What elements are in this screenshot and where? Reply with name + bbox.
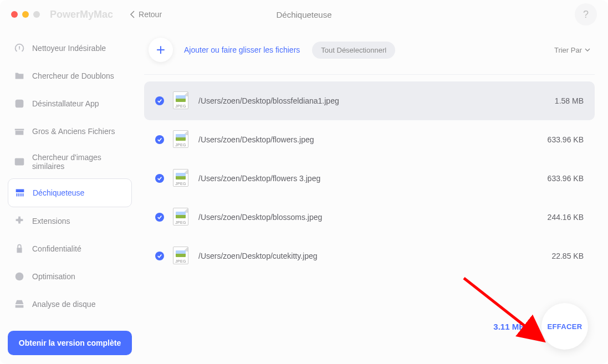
- file-row[interactable]: JPEG /Users/zoen/Desktop/blossfeldiana1.…: [144, 81, 595, 120]
- close-icon[interactable]: [11, 11, 18, 18]
- toolbar: + Ajouter ou faire glisser les fichiers …: [144, 34, 595, 75]
- minimize-icon[interactable]: [22, 11, 29, 18]
- sidebar-item-duplicate-finder[interactable]: Chercheur de Doublons: [8, 62, 132, 90]
- gauge-icon: [13, 42, 25, 54]
- puzzle-icon: [13, 215, 25, 227]
- footer: 3.11 MB EFFACER: [144, 292, 595, 355]
- rocket-icon: [13, 270, 25, 283]
- maximize-icon[interactable]: [33, 11, 40, 18]
- sidebar-item-label: Confidentialité: [32, 244, 81, 253]
- title-bar: PowerMyMac Retour Déchiqueteuse ?: [0, 0, 608, 29]
- plus-icon: +: [156, 41, 165, 59]
- folders-icon: [13, 70, 25, 82]
- main: + Ajouter ou faire glisser les fichiers …: [140, 29, 608, 364]
- jpeg-file-icon: JPEG: [173, 169, 190, 188]
- sidebar-list: Nettoyeur Indésirable Chercheur de Doubl…: [0, 34, 140, 325]
- file-path: /Users/zoen/Desktop/flowers 3.jpeg: [198, 174, 320, 183]
- sort-label: Trier Par: [554, 46, 582, 54]
- lock-icon: [13, 243, 25, 255]
- total-size: 3.11 MB: [493, 322, 525, 331]
- sidebar: Nettoyeur Indésirable Chercheur de Doubl…: [0, 29, 140, 364]
- file-row[interactable]: JPEG /Users/zoen/Desktop/flowers 3.jpeg …: [144, 159, 595, 198]
- body: Nettoyeur Indésirable Chercheur de Doubl…: [0, 29, 608, 364]
- jpeg-file-icon: JPEG: [173, 208, 190, 227]
- file-size: 1.58 MB: [555, 96, 584, 105]
- sidebar-item-label: Extensions: [32, 217, 70, 225]
- checkbox-icon[interactable]: [155, 252, 164, 260]
- back-label: Retour: [139, 10, 162, 19]
- app-window: PowerMyMac Retour Déchiqueteuse ? Nettoy…: [0, 0, 608, 364]
- file-size: 633.96 KB: [548, 174, 584, 183]
- sidebar-item-disk-analysis[interactable]: Analyse de disque: [8, 290, 132, 318]
- svg-point-2: [16, 273, 24, 281]
- sidebar-item-junk-cleaner[interactable]: Nettoyeur Indésirable: [8, 34, 132, 62]
- help-button[interactable]: ?: [575, 3, 597, 25]
- sidebar-item-extensions[interactable]: Extensions: [8, 207, 132, 235]
- jpeg-file-icon: JPEG: [173, 247, 190, 265]
- app-icon: [13, 98, 25, 110]
- add-button[interactable]: +: [149, 38, 173, 62]
- sidebar-item-label: Déchiqueteuse: [33, 188, 84, 197]
- sidebar-item-similar-images[interactable]: Chercheur d'images similaires: [8, 145, 132, 178]
- file-path: /Users/zoen/Desktop/blossoms.jpeg: [198, 213, 322, 222]
- box-icon: [13, 125, 25, 137]
- sidebar-item-label: Gros & Anciens Fichiers: [32, 127, 115, 136]
- sidebar-item-app-uninstaller[interactable]: Désinstallateur App: [8, 90, 132, 117]
- sidebar-item-shredder[interactable]: Déchiqueteuse: [8, 178, 132, 207]
- file-path: /Users/zoen/Desktop/cutekitty.jpeg: [198, 252, 318, 260]
- sidebar-item-privacy[interactable]: Confidentialité: [8, 235, 132, 263]
- sidebar-item-large-old-files[interactable]: Gros & Anciens Fichiers: [8, 117, 132, 145]
- sort-button[interactable]: Trier Par: [554, 46, 590, 54]
- file-row[interactable]: JPEG /Users/zoen/Desktop/blossoms.jpeg 2…: [144, 198, 595, 237]
- sidebar-item-label: Analyse de disque: [32, 300, 95, 309]
- page-title: Déchiqueteuse: [276, 10, 331, 19]
- erase-button[interactable]: EFFACER: [541, 303, 588, 350]
- sidebar-item-label: Chercheur de Doublons: [32, 71, 114, 80]
- file-size: 633.96 KB: [548, 135, 584, 144]
- file-path: /Users/zoen/Desktop/flowers.jpeg: [198, 135, 314, 144]
- app-name: PowerMyMac: [50, 9, 113, 20]
- svg-rect-0: [16, 100, 24, 108]
- jpeg-file-icon: JPEG: [173, 130, 190, 149]
- add-label: Ajouter ou faire glisser les fichiers: [184, 45, 300, 54]
- sidebar-item-label: Optimisation: [32, 272, 75, 281]
- jpeg-file-icon: JPEG: [173, 91, 190, 110]
- chevron-left-icon: [130, 11, 135, 18]
- file-size: 244.16 KB: [548, 213, 584, 222]
- full-version-button[interactable]: Obtenir la version complète: [8, 331, 132, 355]
- image-icon: [13, 156, 25, 168]
- traffic-lights: [11, 11, 40, 18]
- disk-icon: [13, 298, 25, 310]
- sidebar-item-label: Désinstallateur App: [32, 99, 99, 108]
- checkbox-icon[interactable]: [155, 96, 164, 105]
- file-row[interactable]: JPEG /Users/zoen/Desktop/flowers.jpeg 63…: [144, 120, 595, 159]
- checkbox-icon[interactable]: [155, 135, 164, 144]
- file-size: 22.85 KB: [551, 252, 584, 260]
- sidebar-item-label: Chercheur d'images similaires: [32, 153, 126, 171]
- sidebar-item-label: Nettoyeur Indésirable: [32, 44, 106, 53]
- chevron-down-icon: [585, 48, 590, 52]
- file-list: JPEG /Users/zoen/Desktop/blossfeldiana1.…: [144, 75, 595, 292]
- file-row[interactable]: JPEG /Users/zoen/Desktop/cutekitty.jpeg …: [144, 237, 595, 275]
- checkbox-icon[interactable]: [155, 174, 164, 183]
- shredder-icon: [14, 187, 26, 199]
- sidebar-item-optimization[interactable]: Optimisation: [8, 263, 132, 290]
- svg-rect-1: [15, 158, 24, 166]
- file-path: /Users/zoen/Desktop/blossfeldiana1.jpeg: [198, 96, 339, 105]
- back-button[interactable]: Retour: [130, 10, 162, 19]
- checkbox-icon[interactable]: [155, 213, 164, 222]
- deselect-all-button[interactable]: Tout Déselectionnerl: [312, 42, 395, 59]
